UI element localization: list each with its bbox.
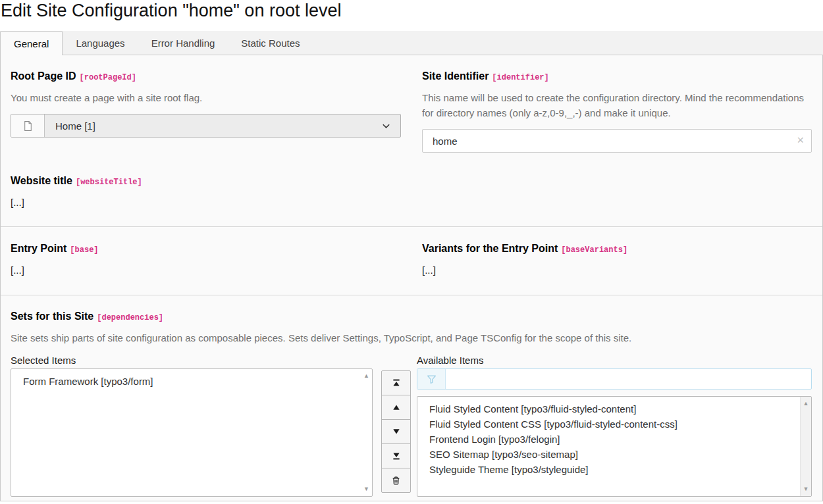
field-description: Site sets ship parts of site configurati… [11,330,811,345]
field-site-identifier: Site Identifier[identifier] This name wi… [422,70,812,153]
available-list-scrollbar: ▲ ▼ [800,397,811,496]
field-label: Sets for this Site[dependencies] [11,310,811,324]
field-entry-point: Entry Point[base] [...] [11,242,401,276]
move-to-top-icon [392,378,401,388]
filter-icon [417,369,446,389]
field-website-title: Website title[websiteTitle] [...] [1,174,822,226]
selected-items-label: Selected Items [11,354,373,366]
chevron-down-icon [381,114,400,137]
field-site-sets: Sets for this Site[dependencies] Site se… [1,295,822,497]
clear-icon[interactable]: × [797,134,804,146]
scroll-up-icon[interactable]: ▲ [803,401,809,407]
site-identifier-input-wrap: × [422,129,812,153]
available-items-column: Available Items Fluid Styled Content [ty… [417,354,812,497]
list-item[interactable]: Frontend Login [typo3/felogin] [429,432,794,447]
trash-icon [391,476,401,486]
selected-list-scrollbar: ▲ ▼ [361,369,372,496]
selected-items-list[interactable]: Form Framework [typo3/form] ▲ ▼ [11,368,373,497]
tab-static-routes[interactable]: Static Routes [228,31,313,55]
field-label-text: Entry Point [11,243,66,254]
list-item[interactable]: SEO Sitemap [typo3/seo-sitemap] [429,447,794,462]
move-to-bottom-button[interactable] [381,443,411,468]
collapsed-value: [...] [422,265,812,276]
field-code-label: [websiteTitle] [76,178,142,187]
field-description: You must create a page with a site root … [11,90,401,105]
tab-bar: General Languages Error Handling Static … [0,31,823,55]
scroll-up-icon[interactable]: ▲ [363,373,369,379]
scroll-down-icon[interactable]: ▼ [803,486,809,492]
field-label-text: Website title [11,175,72,186]
available-items-filter [417,368,812,390]
remove-item-button[interactable] [381,468,411,493]
field-entry-point-variants: Variants for the Entry Point[baseVariant… [422,242,812,276]
form-row-root-identifier: Root Page ID[rootPageId] You must create… [1,55,822,174]
root-page-select-value: Home [1] [45,114,381,137]
field-label: Site Identifier[identifier] [422,70,812,84]
move-up-icon [392,403,401,412]
field-label: Website title[websiteTitle] [11,174,811,189]
tab-error-handling[interactable]: Error Handling [138,31,228,55]
field-label-text: Site Identifier [422,70,489,82]
move-to-top-button[interactable] [381,370,411,395]
available-items-list[interactable]: Fluid Styled Content [typo3/fluid-styled… [417,396,812,497]
site-config-module: Edit Site Configuration "home" on root l… [0,0,823,501]
tab-languages[interactable]: Languages [63,31,138,55]
field-label-text: Variants for the Entry Point [422,243,558,254]
field-code-label: [rootPageId] [80,73,136,82]
page-icon [11,114,45,137]
field-root-page-id: Root Page ID[rootPageId] You must create… [11,70,401,153]
site-identifier-input[interactable] [422,129,812,153]
move-to-bottom-icon [392,451,401,461]
list-item[interactable]: Styleguide Theme [typo3/styleguide] [429,462,794,477]
field-code-label: [base] [70,245,98,255]
root-page-select[interactable]: Home [1] [11,114,401,138]
available-items-label: Available Items [417,354,812,366]
field-label: Variants for the Entry Point[baseVariant… [422,242,812,257]
collapsed-value: [...] [11,265,401,276]
field-description: This name will be used to create the con… [422,90,812,120]
field-code-label: [identifier] [492,73,548,82]
field-code-label: [dependencies] [97,313,163,322]
multiselect-controls [381,370,411,493]
page-title: Edit Site Configuration "home" on root l… [0,0,823,31]
field-label: Entry Point[base] [11,242,401,257]
form-row-entry-point: Entry Point[base] [...] Variants for the… [1,227,822,295]
filter-input[interactable] [446,369,811,389]
list-item[interactable]: Form Framework [typo3/form] [23,374,355,389]
list-item[interactable]: Fluid Styled Content [typo3/fluid-styled… [429,401,794,416]
multiselect-widget: Selected Items Form Framework [typo3/for… [11,354,811,497]
tab-general[interactable]: General [0,31,63,55]
collapsed-value: [...] [11,197,811,209]
field-label-text: Sets for this Site [11,311,93,322]
field-label: Root Page ID[rootPageId] [11,70,401,84]
selected-items-column: Selected Items Form Framework [typo3/for… [11,354,373,497]
tab-content-general: Root Page ID[rootPageId] You must create… [0,55,823,501]
move-down-icon [392,427,401,436]
move-down-button[interactable] [381,419,411,444]
scroll-down-icon[interactable]: ▼ [363,486,369,492]
field-label-text: Root Page ID [11,70,76,82]
list-item[interactable]: Fluid Styled Content CSS [typo3/fluid-st… [429,416,794,432]
move-up-button[interactable] [381,395,411,420]
field-code-label: [baseVariants] [561,245,627,255]
